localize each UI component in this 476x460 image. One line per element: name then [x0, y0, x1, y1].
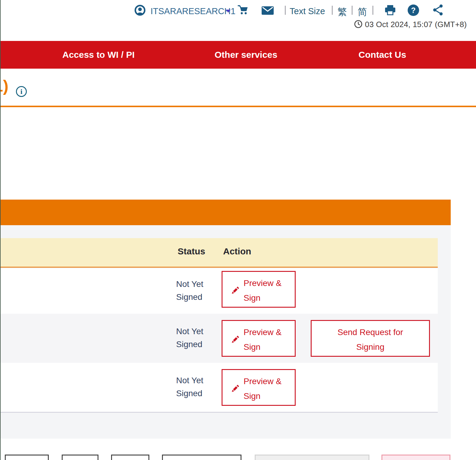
- bottom-action-button-disabled[interactable]: [255, 455, 369, 460]
- user-avatar-icon[interactable]: [134, 5, 146, 16]
- main-nav: Access to WI / PI Other services Contact…: [1, 41, 476, 69]
- separator: [372, 6, 373, 15]
- bottom-action-button-4[interactable]: [162, 455, 241, 460]
- section-banner: [0, 200, 451, 225]
- pencil-icon: [230, 383, 240, 393]
- preview-sign-label: Preview & Sign: [244, 276, 282, 305]
- lang-traditional-link[interactable]: 繁: [338, 6, 347, 18]
- pencil-icon: [230, 285, 240, 295]
- status-cell: Not Yet Signed: [176, 374, 203, 400]
- bottom-action-button-3[interactable]: [111, 455, 149, 460]
- user-menu-caret-icon[interactable]: [226, 10, 231, 13]
- cart-icon[interactable]: [238, 5, 250, 16]
- share-icon[interactable]: [432, 4, 444, 16]
- nav-contact-us[interactable]: Contact Us: [359, 41, 406, 69]
- preview-sign-button[interactable]: Preview & Sign: [222, 369, 296, 406]
- topbar: ITSARARESEARCH1 Text Size 繁 简 ?: [0, 0, 476, 41]
- column-header-status: Status: [178, 246, 205, 256]
- status-cell: Not Yet Signed: [176, 278, 203, 303]
- send-request-label: Send Request for Signing: [312, 325, 429, 354]
- pencil-icon: [230, 334, 240, 344]
- table-header: Status Action: [0, 238, 438, 268]
- separator: [332, 6, 333, 15]
- username[interactable]: ITSARARESEARCH1: [151, 6, 235, 16]
- bottom-action-button-danger[interactable]: [381, 455, 450, 460]
- separator: [352, 6, 353, 15]
- datetime-label: 03 Oct 2024, 15:07 (GMT+8): [365, 20, 467, 29]
- nav-other-services[interactable]: Other services: [215, 41, 277, 69]
- preview-sign-button[interactable]: Preview & Sign: [222, 271, 296, 308]
- bottom-action-button-1[interactable]: [5, 455, 49, 460]
- content-section: Status Action Not Yet Signed Preview & S…: [0, 200, 451, 439]
- preview-sign-button[interactable]: Preview & Sign: [222, 320, 296, 357]
- table-row: Not Yet Signed Preview & Sign: [0, 363, 438, 412]
- lang-simplified-link[interactable]: 简: [358, 6, 367, 18]
- progress-stepper: 5 6 7 usiness n Office Summary of Detail…: [0, 120, 476, 181]
- send-request-signing-button[interactable]: Send Request for Signing: [311, 320, 430, 357]
- mail-icon[interactable]: [261, 6, 274, 15]
- table-bottom-divider: [0, 412, 438, 413]
- text-size-link[interactable]: Text Size: [290, 6, 325, 16]
- preview-sign-label: Preview & Sign: [244, 374, 282, 403]
- page-left-edge-line: [0, 0, 1, 460]
- table-row: Not Yet Signed Preview & Sign Send Reque…: [0, 314, 438, 363]
- help-icon[interactable]: ?: [408, 5, 419, 16]
- separator: [285, 6, 286, 15]
- nav-access-wi-pi[interactable]: Access to WI / PI: [62, 41, 135, 69]
- clock-icon: [354, 20, 362, 28]
- info-icon[interactable]: i: [16, 86, 27, 97]
- status-cell: Not Yet Signed: [176, 325, 203, 351]
- preview-sign-label: Preview & Sign: [244, 325, 282, 354]
- print-icon[interactable]: [384, 5, 396, 16]
- documents-table: Status Action Not Yet Signed Preview & S…: [0, 238, 438, 413]
- column-header-action: Action: [223, 246, 251, 256]
- page-title-fragment: 1): [0, 76, 8, 95]
- table-row: Not Yet Signed Preview & Sign: [0, 269, 438, 314]
- bottom-action-button-2[interactable]: [62, 455, 98, 460]
- title-divider: [0, 106, 476, 107]
